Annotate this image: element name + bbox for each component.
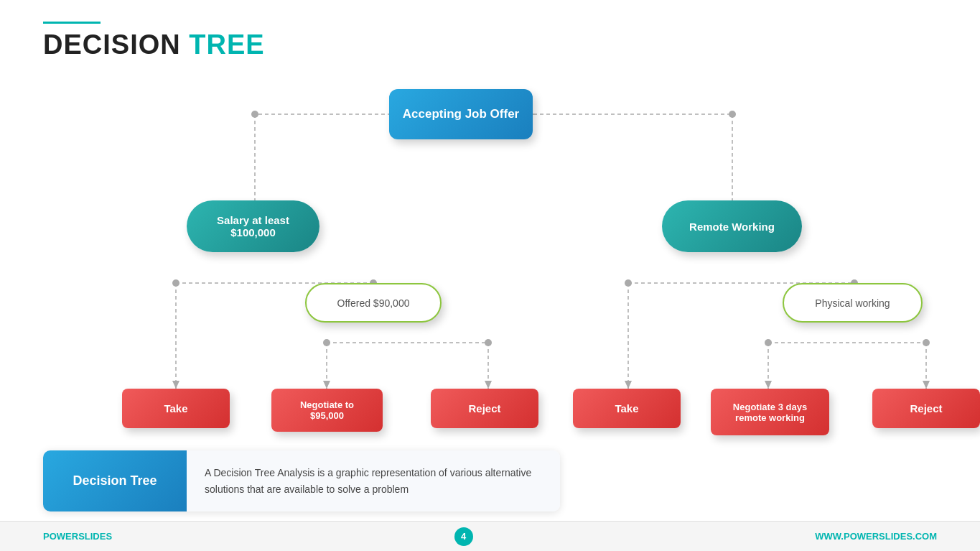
info-box: Decision Tree A Decision Tree Analysis i… bbox=[43, 450, 560, 511]
svg-point-34 bbox=[765, 339, 772, 346]
title-word2: TREE bbox=[189, 29, 264, 60]
take-right-label: Take bbox=[615, 402, 638, 415]
svg-marker-15 bbox=[485, 381, 492, 389]
negotiate-right-label: Negotiate 3 days remote working bbox=[733, 402, 807, 423]
physical-node-label: Physical working bbox=[815, 297, 890, 309]
svg-marker-8 bbox=[172, 381, 179, 389]
negotiate-left-label: Negotiate to $95,000 bbox=[300, 399, 354, 421]
page: DECISION TREE bbox=[0, 0, 980, 551]
svg-marker-25 bbox=[923, 381, 930, 389]
svg-point-26 bbox=[251, 111, 258, 118]
root-node-label: Accepting Job Offer bbox=[403, 107, 519, 121]
svg-point-31 bbox=[729, 111, 736, 118]
svg-point-29 bbox=[323, 339, 330, 346]
remote-node-label: Remote Working bbox=[689, 221, 775, 233]
svg-point-35 bbox=[923, 339, 930, 346]
take-right-node: Take bbox=[573, 389, 681, 428]
remote-node: Remote Working bbox=[662, 200, 802, 252]
footer-brand: POWERSLIDES bbox=[43, 531, 112, 542]
svg-point-30 bbox=[485, 339, 492, 346]
info-box-label: Decision Tree bbox=[43, 450, 187, 511]
footer-url: WWW.POWERSLIDES.COM bbox=[815, 531, 937, 542]
physical-node: Physical working bbox=[783, 283, 923, 323]
info-box-text: A Decision Tree Analysis is a graphic re… bbox=[187, 450, 560, 511]
negotiate-right-node: Negotiate 3 days remote working bbox=[711, 389, 829, 435]
svg-marker-13 bbox=[323, 381, 330, 389]
title-word1: DECISION bbox=[43, 29, 189, 60]
offered-node: Offered $90,000 bbox=[305, 283, 442, 323]
footer-page-number: 4 bbox=[454, 527, 473, 546]
reject-right-node: Reject bbox=[872, 389, 980, 428]
take-left-node: Take bbox=[122, 389, 230, 428]
footer: POWERSLIDES 4 WWW.POWERSLIDES.COM bbox=[0, 521, 980, 551]
svg-marker-18 bbox=[625, 381, 632, 389]
footer-brand-black: POWER bbox=[43, 531, 78, 542]
take-left-label: Take bbox=[164, 402, 187, 415]
reject-right-label: Reject bbox=[910, 402, 942, 415]
salary-node-label: Salary at least $100,000 bbox=[217, 214, 289, 239]
reject-left-node: Reject bbox=[431, 389, 538, 428]
reject-left-label: Reject bbox=[468, 402, 500, 415]
svg-marker-23 bbox=[765, 381, 772, 389]
page-title: DECISION TREE bbox=[43, 29, 937, 60]
diagram: Accepting Job Offer Salary at least $100… bbox=[43, 75, 937, 441]
offered-node-label: Offered $90,000 bbox=[337, 297, 410, 309]
negotiate-left-node: Negotiate to $95,000 bbox=[271, 389, 383, 432]
svg-point-32 bbox=[625, 279, 632, 287]
salary-node: Salary at least $100,000 bbox=[187, 200, 319, 252]
root-node: Accepting Job Offer bbox=[389, 89, 533, 139]
header-accent-line bbox=[43, 22, 101, 24]
footer-brand-teal: SLIDES bbox=[78, 531, 112, 542]
svg-point-27 bbox=[172, 279, 179, 287]
